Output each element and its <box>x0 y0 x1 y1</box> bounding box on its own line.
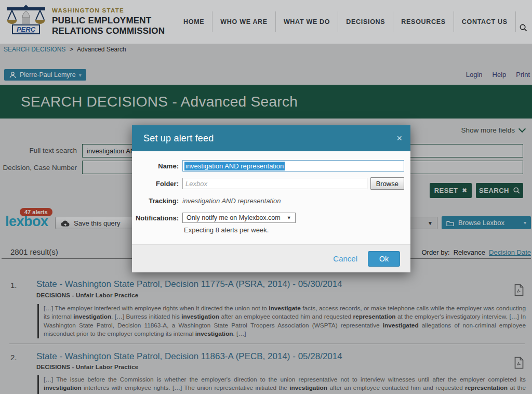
alert-name-input[interactable]: investigation AND representation <box>182 160 404 172</box>
name-label: Name: <box>132 162 179 170</box>
folder-input[interactable] <box>182 178 367 189</box>
notifications-selected-option: Only notify me on Mylexbox.com <box>187 214 281 221</box>
select-arrow-icon: ▼ <box>287 215 291 220</box>
notifications-label: Notifications: <box>132 214 179 222</box>
folder-label: Folder: <box>132 180 179 188</box>
page: PERC WASHINGTON STATE PUBLIC EMPLOYMENT … <box>0 0 532 394</box>
modal-footer: Cancel Ok <box>132 244 410 272</box>
selected-input-text: investigation AND representation <box>184 162 285 170</box>
tracking-label: Tracking: <box>132 197 179 205</box>
tracking-value: investigation AND representation <box>182 197 281 205</box>
cancel-button[interactable]: Cancel <box>333 254 357 263</box>
notifications-select[interactable]: Only notify me on Mylexbox.com ▼ <box>182 213 296 223</box>
ok-button[interactable]: Ok <box>368 251 400 267</box>
alert-feed-modal: Set up alert feed × Name: investigation … <box>132 125 410 272</box>
modal-header: Set up alert feed × <box>132 125 410 151</box>
modal-body: Name: investigation AND representation F… <box>132 151 410 244</box>
expecting-text: Expecting 8 alerts per week. <box>132 226 404 234</box>
close-icon[interactable]: × <box>396 134 402 143</box>
modal-title: Set up alert feed <box>143 133 214 144</box>
browse-button[interactable]: Browse <box>370 177 404 190</box>
